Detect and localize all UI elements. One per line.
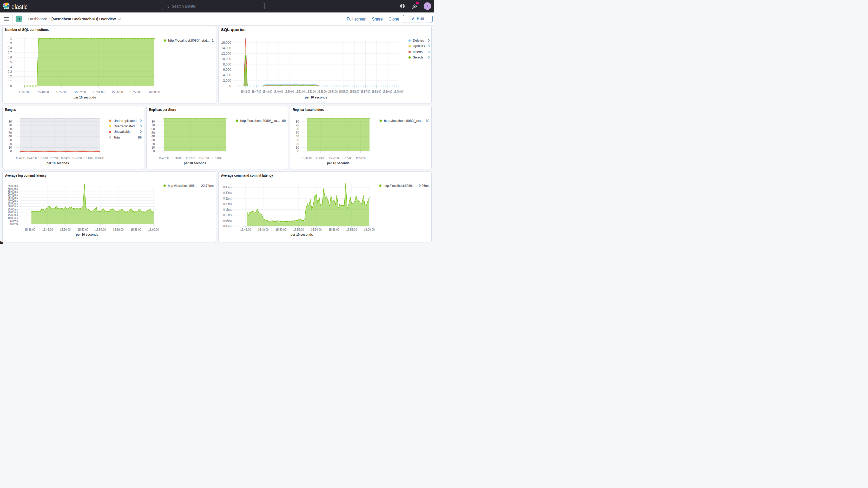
svg-text:8,000: 8,000 [223, 63, 231, 66]
svg-text:0.20ms: 0.20ms [223, 202, 231, 206]
svg-text:16:00:00: 16:00:00 [95, 156, 104, 160]
svg-text:Unavailable: Unavailable [114, 130, 130, 133]
svg-text:16:00:00: 16:00:00 [394, 90, 403, 94]
svg-text:40: 40 [151, 134, 155, 138]
svg-text:Overreplicated: Overreplicated [114, 124, 135, 128]
svg-text:15:50:00: 15:50:00 [56, 90, 67, 94]
svg-text:http://localhost:8080/_sta...: http://localhost:8080/_sta... [240, 119, 280, 123]
svg-text:15:58:00: 15:58:00 [356, 156, 366, 160]
svg-text:20: 20 [151, 142, 155, 146]
svg-text:15:54:00: 15:54:00 [61, 156, 70, 160]
svg-text:0.35ms: 0.35ms [223, 186, 231, 189]
svg-text:15:48:00: 15:48:00 [27, 156, 37, 160]
svg-text:per 10 seconds: per 10 seconds [184, 161, 206, 165]
svg-text:15:58:00: 15:58:00 [130, 90, 142, 94]
svg-text:80: 80 [296, 120, 299, 123]
svg-text:15:55:00: 15:55:00 [339, 90, 348, 94]
svg-text:0.3: 0.3 [7, 70, 12, 73]
svg-text:15:50:00: 15:50:00 [38, 156, 48, 160]
svg-text:15:54:00: 15:54:00 [95, 228, 106, 232]
svg-text:15:46:00: 15:46:00 [241, 90, 250, 94]
svg-text:1: 1 [10, 37, 12, 40]
svg-text:16:00:00: 16:00:00 [364, 228, 375, 232]
svg-text:40: 40 [296, 134, 299, 138]
svg-text:Selects: Selects [413, 56, 424, 59]
svg-text:10: 10 [8, 146, 12, 149]
svg-text:15:58:00: 15:58:00 [346, 228, 357, 232]
svg-text:30: 30 [296, 138, 299, 142]
svg-text:6,000: 6,000 [223, 68, 231, 71]
svg-text:15:53:00: 15:53:00 [317, 90, 327, 94]
svg-text:89: 89 [282, 119, 286, 123]
svg-text:15:52:00: 15:52:00 [329, 156, 339, 160]
svg-text:per 10 seconds: per 10 seconds [327, 161, 349, 165]
svg-text:15:56:00: 15:56:00 [329, 228, 339, 232]
svg-text:0.30ms: 0.30ms [223, 191, 231, 195]
svg-text:15:57:00: 15:57:00 [361, 90, 370, 94]
svg-text:http://localhost:8080/_sta...: http://localhost:8080/_sta... [384, 119, 424, 123]
svg-text:per 10 seconds: per 10 seconds [290, 233, 313, 237]
svg-text:30: 30 [8, 138, 12, 142]
svg-text:89: 89 [426, 119, 430, 123]
svg-text:10,000: 10,000 [221, 57, 231, 61]
svg-text:0.15ms: 0.15ms [223, 208, 231, 212]
svg-text:20: 20 [296, 142, 299, 146]
svg-text:15:46:00: 15:46:00 [302, 156, 312, 160]
svg-text:15:46:00: 15:46:00 [24, 228, 35, 232]
svg-text:per 10 seconds: per 10 seconds [305, 95, 327, 99]
svg-text:15:48:00: 15:48:00 [258, 228, 269, 232]
svg-text:0: 0 [140, 119, 142, 123]
svg-text:16:00:00: 16:00:00 [148, 90, 160, 94]
svg-text:per 10 seconds: per 10 seconds [46, 161, 69, 165]
svg-text:70: 70 [8, 123, 12, 127]
svg-text:65.00ms: 65.00ms [7, 184, 18, 188]
svg-text:15:56:00: 15:56:00 [112, 90, 123, 94]
svg-text:SQL queries: SQL queries [221, 27, 246, 32]
svg-text:0.5: 0.5 [7, 60, 12, 64]
svg-text:15:54:00: 15:54:00 [328, 90, 338, 94]
svg-text:15:48:00: 15:48:00 [263, 90, 272, 94]
svg-text:22.74ms: 22.74ms [201, 184, 214, 188]
svg-text:60: 60 [151, 127, 155, 131]
svg-text:80: 80 [8, 120, 12, 123]
svg-text:15:56:00: 15:56:00 [72, 156, 82, 160]
svg-text:2,000: 2,000 [223, 79, 231, 82]
svg-text:14,000: 14,000 [221, 46, 231, 50]
svg-text:per 10 seconds: per 10 seconds [73, 95, 96, 99]
svg-text:0.6: 0.6 [7, 56, 12, 59]
svg-text:Deletes: Deletes [413, 39, 424, 42]
svg-text:1: 1 [212, 39, 214, 42]
svg-text:0.1: 0.1 [7, 80, 12, 83]
svg-text:0.9: 0.9 [7, 41, 12, 45]
svg-text:Updates: Updates [413, 44, 425, 48]
svg-text:15:50:00: 15:50:00 [276, 228, 286, 232]
svg-text:http://localhost:808...: http://localhost:808... [168, 184, 197, 188]
svg-text:4,000: 4,000 [223, 73, 231, 77]
svg-text:70: 70 [151, 123, 155, 127]
svg-text:Underreplicated: Underreplicated [114, 119, 136, 123]
svg-text:50: 50 [296, 131, 299, 134]
svg-text:0.10ms: 0.10ms [223, 213, 231, 217]
svg-text:16,000: 16,000 [221, 41, 231, 44]
svg-text:15:55:00: 15:55:00 [342, 156, 352, 160]
svg-text:Replica leaseholders: Replica leaseholders [293, 107, 324, 112]
svg-text:15:56:00: 15:56:00 [113, 228, 123, 232]
svg-text:15:49:00: 15:49:00 [274, 90, 283, 94]
svg-text:50: 50 [151, 131, 155, 134]
svg-text:10: 10 [296, 146, 299, 149]
svg-text:15:58:00: 15:58:00 [372, 90, 381, 94]
svg-text:Number of SQL connections: Number of SQL connections [5, 27, 49, 32]
svg-text:12,000: 12,000 [221, 52, 231, 55]
svg-text:15:58:00: 15:58:00 [130, 228, 141, 232]
svg-text:80: 80 [151, 120, 155, 123]
svg-text:Ranges: Ranges [5, 107, 16, 112]
svg-text:15:47:00: 15:47:00 [252, 90, 261, 94]
svg-text:0: 0 [140, 130, 142, 133]
svg-text:15:46:00: 15:46:00 [19, 90, 30, 94]
svg-text:Replicas per Store: Replicas per Store [149, 107, 176, 112]
svg-text:15:52:00: 15:52:00 [74, 90, 86, 94]
svg-text:15:52:00: 15:52:00 [306, 90, 316, 94]
svg-text:0.00ms: 0.00ms [223, 224, 231, 228]
svg-text:0.7: 0.7 [7, 51, 12, 55]
svg-text:0.25ms: 0.25ms [223, 197, 231, 200]
